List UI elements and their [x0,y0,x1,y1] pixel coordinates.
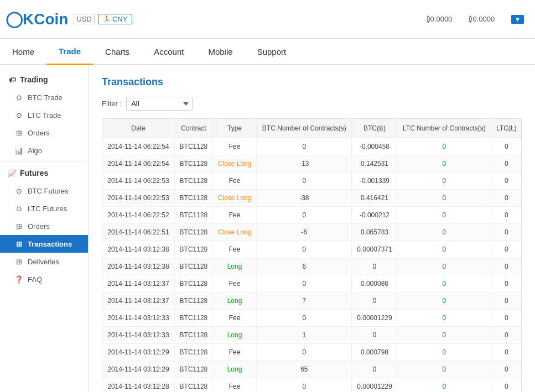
futures-icon: 📈 [8,169,17,177]
cell-date: 2014-11-14 03:12:29 [102,361,174,378]
cell-type: Long [212,292,256,310]
cell-btc-contracts: 1 [257,327,352,344]
cell-ltc: 0 [491,292,521,310]
sidebar-divider [0,161,88,162]
cell-date: 2014-11-14 06:22:52 [102,207,174,224]
cell-btc: 0.000798 [352,344,397,361]
sidebar-item-btc-trade[interactable]: ⊙ BTC Trade [0,88,88,106]
table-row: 2014-11-14 06:22:51 BTC1128 Close Long -… [102,224,521,241]
cell-ltc-contracts: 0 [397,361,491,378]
nav-mobile[interactable]: Mobile [196,39,245,64]
cell-contract: BTC1128 [174,224,212,241]
table-row: 2014-11-14 03:12:33 BTC1128 Long 1 0 0 0 [102,327,521,344]
nav-account[interactable]: Account [142,39,196,64]
cell-ltc-contracts: 0 [397,224,491,241]
table-row: 2014-11-14 03:12:33 BTC1128 Fee 0 0.0000… [102,310,521,327]
table-body: 2014-11-14 06:22:54 BTC1128 Fee 0 -0.000… [102,138,521,393]
cell-ltc: 0 [491,344,521,361]
tag-icon: 🏷 [8,75,17,84]
algo-icon: 📊 [14,146,23,155]
content-area: Transactions Filter : All Fee Close Long… [89,65,535,392]
cell-date: 2014-11-14 06:22:53 [102,173,174,190]
cell-btc: -0.000458 [352,138,397,155]
cell-date: 2014-11-14 06:22:54 [102,155,174,173]
nav-support[interactable]: Support [245,39,299,64]
sidebar-item-orders-futures[interactable]: ⊞ Orders [0,217,88,235]
cell-type: Long [212,327,256,344]
col-btc-contracts: BTC Number of Contracts(s) [257,119,352,138]
cell-contract: BTC1128 [174,138,212,155]
cell-btc-contracts: 65 [257,361,352,378]
cell-ltc-contracts: 0 [397,378,491,393]
sidebar-item-transactions[interactable]: ⊞ Transactions [0,235,88,253]
cell-btc-contracts: 0 [257,310,352,327]
cell-contract: BTC1128 [174,292,212,310]
cell-ltc-contracts: 0 [397,138,491,155]
table-header-row: Date Contract Type BTC Number of Contrac… [102,119,521,138]
cell-ltc: 0 [491,258,521,275]
cell-btc-contracts: 7 [257,292,352,310]
cell-ltc-contracts: 0 [397,310,491,327]
cell-ltc: 0 [491,173,521,190]
sidebar-item-orders-trading[interactable]: ⊞ Orders [0,124,88,142]
cny-label[interactable]: 🏃 CNY [98,14,132,24]
filter-select[interactable]: All Fee Close Long Long [126,97,193,111]
sidebar-item-faq[interactable]: ❓ FAQ [0,270,88,288]
cell-ltc: 0 [491,207,521,224]
sidebar: 🏷 Trading ⊙ BTC Trade ⊙ LTC Trade ⊞ Orde… [0,65,89,392]
ltc-trade-icon: ⊙ [14,111,23,119]
cell-date: 2014-11-14 03:12:33 [102,327,174,344]
cell-contract: BTC1128 [174,327,212,344]
cell-btc-contracts: 0 [257,344,352,361]
table-header: Date Contract Type BTC Number of Contrac… [102,119,521,138]
cell-contract: BTC1128 [174,378,212,393]
table-row: 2014-11-14 03:12:29 BTC1128 Fee 0 0.0007… [102,344,521,361]
cell-btc: 0.00007371 [352,241,397,258]
table-row: 2014-11-14 03:12:38 BTC1128 Fee 0 0.0000… [102,241,521,258]
cell-ltc: 0 [491,138,521,155]
cell-date: 2014-11-14 03:12:29 [102,344,174,361]
usd-label[interactable]: USD [74,14,94,24]
nav-charts[interactable]: Charts [93,39,142,64]
logo-area: ◯KCoin USD 🏃 CNY [6,10,132,28]
deliveries-icon: ⊞ [14,257,23,266]
cell-date: 2014-11-14 06:22:54 [102,138,174,155]
nav-home[interactable]: Home [0,39,46,64]
cell-btc-contracts: 0 [257,173,352,190]
filter-bar: Filter : All Fee Close Long Long [102,97,522,111]
cell-btc: 0 [352,361,397,378]
cell-type: Fee [212,310,256,327]
cell-btc: 0.00001229 [352,310,397,327]
cell-type: Fee [212,275,256,292]
cell-btc: 0.416421 [352,190,397,207]
nav-trade[interactable]: Trade [46,39,93,65]
cell-btc: 0 [352,292,397,310]
sidebar-item-btc-futures[interactable]: ⊙ BTC Futures [0,182,88,200]
cell-contract: BTC1128 [174,241,212,258]
cell-ltc-contracts: 0 [397,207,491,224]
sidebar-item-ltc-futures[interactable]: ⊙ LTC Futures [0,200,88,217]
cell-btc: 0 [352,327,397,344]
table-row: 2014-11-14 06:22:53 BTC1128 Close Long -… [102,190,521,207]
cell-ltc-contracts: 0 [397,241,491,258]
logo: ◯KCoin [6,10,68,28]
cell-btc: 0.065783 [352,224,397,241]
table-row: 2014-11-14 03:12:37 BTC1128 Long 7 0 0 0 [102,292,521,310]
cell-contract: BTC1128 [174,207,212,224]
col-date: Date [102,119,174,138]
cell-btc: 0.142531 [352,155,397,173]
cell-contract: BTC1128 [174,173,212,190]
main-nav: Home Trade Charts Account Mobile Support [0,39,535,65]
transactions-table: Date Contract Type BTC Number of Contrac… [102,119,521,392]
cell-date: 2014-11-14 03:12:38 [102,258,174,275]
sidebar-item-algo[interactable]: 📊 Algo [0,142,88,159]
sidebar-item-deliveries[interactable]: ⊞ Deliveries [0,253,88,270]
cell-ltc-contracts: 0 [397,258,491,275]
ltc-futures-icon: ⊙ [14,204,23,213]
header-dropdown-icon[interactable]: ▼ [511,15,524,24]
sidebar-item-ltc-trade[interactable]: ⊙ LTC Trade [0,106,88,124]
main-layout: 🏷 Trading ⊙ BTC Trade ⊙ LTC Trade ⊞ Orde… [0,65,535,392]
cell-ltc: 0 [491,310,521,327]
col-contract: Contract [174,119,212,138]
table-row: 2014-11-14 03:12:37 BTC1128 Fee 0 0.0000… [102,275,521,292]
